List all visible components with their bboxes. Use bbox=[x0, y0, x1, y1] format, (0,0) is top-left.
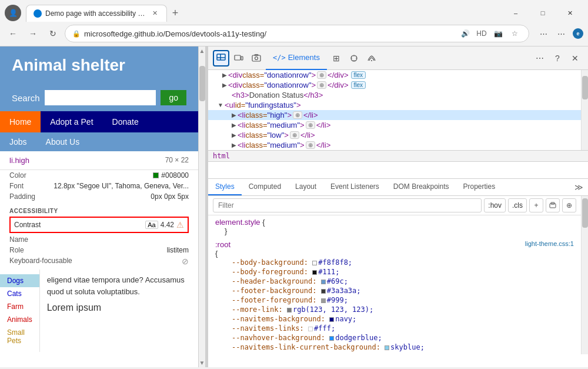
favorites-icon[interactable]: ☆ bbox=[507, 26, 522, 41]
scroll-thumb[interactable] bbox=[199, 66, 205, 101]
dom-line[interactable]: ▶ <li class="medium"> ⊕ </li> bbox=[208, 120, 581, 130]
hov-button[interactable]: :hov bbox=[484, 198, 506, 212]
element-state-button[interactable] bbox=[546, 198, 560, 212]
dom-expand[interactable]: ⊕ bbox=[293, 111, 302, 119]
dom-expand[interactable]: ⊕ bbox=[306, 141, 315, 149]
dom-line[interactable]: ▶ <div class="donationrow"> ⊕ </div> fle… bbox=[208, 80, 581, 90]
tab-styles[interactable]: Styles bbox=[208, 179, 242, 195]
styles-scroll-thumb[interactable] bbox=[582, 198, 588, 228]
read-aloud-icon[interactable]: 🔊 bbox=[458, 26, 472, 41]
dom-expand[interactable]: ⊕ bbox=[306, 121, 315, 129]
webpage-panel: Animal shelter Search go Home Adopt a Pe… bbox=[0, 46, 206, 367]
css-navitems-background: --navitems-background: navy; bbox=[215, 314, 574, 324]
device-toolbar-button[interactable] bbox=[230, 50, 247, 67]
nav-item-donate[interactable]: Donate bbox=[103, 111, 148, 132]
tab-dom-breakpoints[interactable]: DOM Breakpoints bbox=[386, 179, 456, 195]
dom-arrow[interactable]: ▶ bbox=[222, 72, 227, 78]
back-button[interactable]: ← bbox=[5, 25, 21, 42]
network-tab-icon[interactable] bbox=[363, 50, 380, 67]
nav-item-about[interactable]: About Us bbox=[36, 132, 89, 151]
dom-arrow[interactable]: ▶ bbox=[232, 132, 236, 138]
maximize-button[interactable]: □ bbox=[529, 4, 556, 22]
dom-attr-value: "donationrow" bbox=[264, 71, 311, 79]
sidebar-item-farm[interactable]: Farm bbox=[0, 300, 39, 313]
webpage-content: Animal shelter Search go Home Adopt a Pe… bbox=[0, 46, 198, 367]
color-prop-value: #008000 bbox=[153, 171, 189, 179]
screenshot-button[interactable] bbox=[248, 50, 265, 67]
filter-input[interactable] bbox=[213, 198, 482, 212]
dom-attr-value: "fundingstatus" bbox=[245, 101, 296, 109]
add-style-rule-button[interactable]: + bbox=[529, 198, 543, 212]
sidebar-item-dogs[interactable]: Dogs bbox=[0, 274, 39, 287]
dom-line[interactable]: ▶ <li class="medium"> ⊕ </li> bbox=[208, 140, 581, 150]
sidebar-item-cats[interactable]: Cats bbox=[0, 287, 39, 300]
reader-view-icon[interactable]: HD bbox=[475, 26, 489, 41]
cls-button[interactable]: .cls bbox=[508, 198, 527, 212]
search-input[interactable] bbox=[45, 90, 156, 105]
dom-scroll-thumb[interactable] bbox=[582, 76, 588, 99]
dom-arrow[interactable]: ▶ bbox=[222, 82, 227, 88]
help-button[interactable]: ? bbox=[549, 50, 566, 67]
settings-button[interactable]: ⋯ bbox=[553, 25, 569, 42]
css-file-link[interactable]: light-theme.css:1 bbox=[525, 240, 574, 249]
dom-line[interactable]: <h3>Donation Status</h3> bbox=[208, 90, 581, 100]
minimize-button[interactable]: – bbox=[502, 4, 529, 22]
screenshot-icon[interactable]: 📷 bbox=[491, 26, 505, 41]
tab-properties[interactable]: Properties bbox=[456, 179, 503, 195]
tab-elements[interactable]: </> Elements bbox=[266, 46, 327, 70]
dom-arrow[interactable]: ▼ bbox=[218, 102, 223, 108]
profile-avatar[interactable]: 👤 bbox=[5, 5, 21, 21]
forward-button[interactable]: → bbox=[25, 25, 41, 42]
styles-scrollbar[interactable] bbox=[581, 196, 588, 354]
tab-event-listeners[interactable]: Event Listeners bbox=[323, 179, 386, 195]
css-rule-close: } bbox=[215, 227, 574, 235]
inspect-element-button[interactable] bbox=[213, 50, 229, 67]
dom-attr-name: class= bbox=[245, 121, 267, 129]
search-go-button[interactable]: go bbox=[161, 90, 186, 105]
contrast-number: 4.42 bbox=[161, 221, 174, 229]
dom-attr-value: "medium" bbox=[268, 141, 300, 149]
active-tab[interactable]: Demo page with accessibility issu ✕ bbox=[26, 5, 167, 22]
dom-line-selected[interactable]: ▶ <li class="high"> ⊕ </li> bbox=[208, 110, 581, 120]
dom-scrollbar[interactable] bbox=[581, 70, 588, 150]
webpage-scrollbar[interactable]: ▲ ▼ bbox=[198, 46, 205, 367]
nav-item-adopt[interactable]: Adopt a Pet bbox=[41, 111, 102, 132]
sidebar-item-small-pets[interactable]: Small Pets bbox=[0, 326, 39, 347]
new-style-rule-button[interactable]: ⊕ bbox=[562, 198, 576, 212]
dom-expand[interactable]: ⊕ bbox=[317, 71, 326, 79]
address-bar[interactable]: 🔒 microsoftedge.github.io/Demos/devtools… bbox=[65, 25, 529, 42]
scroll-up-arrow[interactable]: ▲ bbox=[199, 46, 205, 54]
dom-arrow[interactable]: ▶ bbox=[232, 112, 236, 118]
dom-right-scroll: ▶ <div class="donationrow"> ⊕ </div> fle… bbox=[208, 70, 588, 150]
main-area: Animal shelter Search go Home Adopt a Pe… bbox=[0, 46, 588, 367]
new-tab-button[interactable]: + bbox=[167, 5, 183, 22]
dom-line[interactable]: ▼ <ul id="fundingstatus"> bbox=[208, 100, 581, 110]
reload-button[interactable]: ↻ bbox=[45, 25, 61, 42]
sources-tab-icon[interactable] bbox=[346, 50, 362, 67]
devtools-dom[interactable]: ▶ <div class="donationrow"> ⊕ </div> fle… bbox=[208, 70, 588, 179]
extension-icon[interactable]: e bbox=[573, 28, 583, 39]
scroll-down-arrow[interactable]: ▼ bbox=[199, 360, 205, 367]
nav-item-jobs[interactable]: Jobs bbox=[0, 132, 36, 151]
element-dimensions: 70 × 22 bbox=[165, 156, 189, 164]
tab-more-button[interactable]: ≫ bbox=[570, 179, 588, 195]
more-tools-button[interactable]: ⋯ bbox=[532, 50, 548, 67]
collections-button[interactable]: ⋯ bbox=[535, 25, 552, 42]
dom-line[interactable]: ▶ <li class="low"> ⊕ </li> bbox=[208, 130, 581, 140]
console-tab-icon[interactable]: ⊞ bbox=[328, 50, 345, 67]
dom-arrow[interactable]: ▶ bbox=[232, 122, 236, 128]
dom-expand[interactable]: ⊕ bbox=[290, 131, 299, 139]
dom-expand[interactable]: ⊕ bbox=[317, 81, 326, 89]
dom-line[interactable]: ▶ <div class="donationrow"> ⊕ </div> fle… bbox=[208, 70, 581, 80]
tab-computed[interactable]: Computed bbox=[242, 179, 288, 195]
close-button[interactable]: ✕ bbox=[556, 4, 583, 22]
sidebar-item-animals[interactable]: Animals bbox=[0, 313, 39, 326]
close-devtools-button[interactable]: ✕ bbox=[567, 50, 583, 67]
contrast-row: Contrast Aa 4.42 ⚠ bbox=[9, 217, 189, 233]
dom-breadcrumb[interactable]: html bbox=[208, 150, 588, 162]
nav-item-home[interactable]: Home bbox=[0, 111, 41, 132]
dom-arrow[interactable]: ▶ bbox=[232, 142, 236, 148]
tab-close-button[interactable]: ✕ bbox=[150, 9, 159, 18]
flex-badge: flex bbox=[351, 81, 366, 89]
tab-layout[interactable]: Layout bbox=[288, 179, 323, 195]
